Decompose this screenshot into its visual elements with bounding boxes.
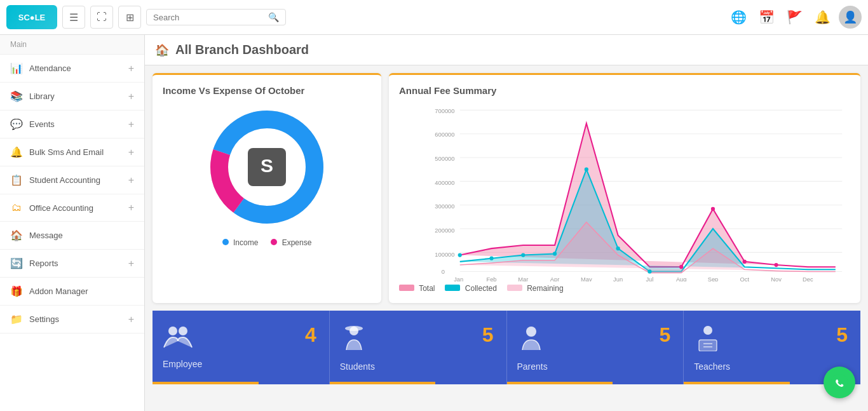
svg-text:Jul: Jul xyxy=(646,276,653,281)
student-accounting-expand-icon[interactable]: + xyxy=(128,175,134,186)
search-input[interactable] xyxy=(153,13,268,22)
globe-icon[interactable]: 🌐 xyxy=(727,6,750,29)
topbar-icon-group: ☰ ⛶ ⊞ xyxy=(62,6,141,29)
svg-point-33 xyxy=(743,260,747,264)
donut-chart-title: Income Vs Expense Of October xyxy=(163,85,371,96)
legend-remaining: Remaining xyxy=(507,284,564,293)
addon-manager-icon: 🎁 xyxy=(10,285,23,297)
svg-text:S: S xyxy=(261,155,273,176)
logo-text: SC●LE xyxy=(18,13,46,22)
line-chart-card: Annual Fee Summary 700000 600000 500000 … xyxy=(389,73,860,303)
svg-point-52 xyxy=(703,326,712,335)
office-accounting-icon: 🗂 xyxy=(10,202,23,213)
sidebar-item-addon-manager[interactable]: 🎁 Addon Manager xyxy=(0,278,144,306)
employee-value: 4 xyxy=(305,323,316,347)
svg-point-48 xyxy=(179,327,187,335)
income-legend-item: Income xyxy=(222,238,259,247)
sidebar-main-label: Main xyxy=(0,35,144,55)
sidebar-item-settings[interactable]: 📁 Settings + xyxy=(0,306,144,334)
message-icon: 🏠 xyxy=(10,229,23,241)
svg-point-31 xyxy=(679,265,683,269)
sidebar-label-settings: Settings xyxy=(29,314,59,324)
events-icon: 💬 xyxy=(10,118,23,130)
svg-text:May: May xyxy=(581,276,592,281)
user-avatar[interactable]: 👤 xyxy=(839,6,862,29)
svg-point-34 xyxy=(774,263,778,267)
svg-text:600000: 600000 xyxy=(435,131,454,138)
grid-icon[interactable]: ⊞ xyxy=(118,6,141,29)
sidebar-item-library[interactable]: 📚 Library + xyxy=(0,83,144,111)
sidebar-label-events: Events xyxy=(29,119,55,129)
donut-legend: Income Expense xyxy=(222,238,312,247)
svg-point-27 xyxy=(553,252,557,255)
line-chart-container: 700000 600000 500000 400000 300000 20000… xyxy=(399,104,850,281)
line-chart-svg: 700000 600000 500000 400000 300000 20000… xyxy=(399,104,850,281)
svg-point-24 xyxy=(458,253,462,257)
sidebar-label-reports: Reports xyxy=(29,259,58,268)
svg-text:Nov: Nov xyxy=(771,276,782,281)
sidebar-label-addon-manager: Addon Manager xyxy=(29,286,88,296)
sidebar-item-office-accounting[interactable]: 🗂 Office Accounting + xyxy=(0,194,144,222)
reports-expand-icon[interactable]: + xyxy=(128,258,134,269)
legend-total: Total xyxy=(399,284,435,293)
sidebar: Main 📊 Attendance + 📚 Library + 💬 Events… xyxy=(0,35,145,411)
svg-text:300000: 300000 xyxy=(435,203,454,210)
line-chart-title: Annual Fee Summary xyxy=(399,85,850,96)
sidebar-item-events[interactable]: 💬 Events + xyxy=(0,111,144,138)
parents-bar xyxy=(507,382,613,384)
employee-icon xyxy=(163,323,193,354)
sidebar-item-student-accounting[interactable]: 📋 Student Accounting + xyxy=(0,166,144,194)
sidebar-item-message[interactable]: 🏠 Message xyxy=(0,222,144,250)
sidebar-label-library: Library xyxy=(29,91,55,101)
bulk-sms-icon: 🔔 xyxy=(10,146,23,158)
donut-chart-svg: S xyxy=(203,104,330,231)
page-title: All Branch Dashboard xyxy=(175,43,309,57)
svg-text:Jun: Jun xyxy=(613,276,623,281)
library-expand-icon[interactable]: + xyxy=(128,91,134,102)
svg-point-50 xyxy=(345,326,363,331)
stats-row: Employee 4 Students 5 xyxy=(153,311,860,384)
menu-icon[interactable]: ☰ xyxy=(62,6,85,29)
expense-legend-item: Expense xyxy=(271,238,311,247)
svg-text:200000: 200000 xyxy=(435,227,454,234)
svg-text:Apr: Apr xyxy=(550,276,560,281)
svg-text:Jan: Jan xyxy=(454,276,463,281)
flag-icon[interactable]: 🚩 xyxy=(783,6,806,29)
bulk-sms-expand-icon[interactable]: + xyxy=(128,147,134,158)
sidebar-label-office-accounting: Office Accounting xyxy=(29,203,93,213)
svg-text:Feb: Feb xyxy=(486,276,496,281)
line-chart-legend: Total Collected Remaining xyxy=(399,284,850,293)
sidebar-item-attendance[interactable]: 📊 Attendance + xyxy=(0,55,144,83)
svg-rect-53 xyxy=(699,340,717,351)
total-legend-dot xyxy=(399,285,414,291)
remaining-legend-label: Remaining xyxy=(527,284,563,293)
breadcrumb: 🏠 All Branch Dashboard xyxy=(145,35,868,65)
events-expand-icon[interactable]: + xyxy=(128,119,134,130)
calendar-icon[interactable]: 📅 xyxy=(755,6,778,29)
sidebar-item-bulk-sms[interactable]: 🔔 Bulk Sms And Email + xyxy=(0,138,144,166)
svg-point-25 xyxy=(489,257,493,260)
settings-icon: 📁 xyxy=(10,313,23,325)
teachers-bar xyxy=(684,382,790,384)
topbar-left: SC●LE ☰ ⛶ ⊞ 🔍 xyxy=(6,5,286,29)
settings-expand-icon[interactable]: + xyxy=(128,314,134,325)
office-accounting-expand-icon[interactable]: + xyxy=(128,202,134,213)
sidebar-label-bulk-sms: Bulk Sms And Email xyxy=(29,147,104,157)
attendance-expand-icon[interactable]: + xyxy=(128,63,134,74)
charts-row: Income Vs Expense Of October S xyxy=(153,73,860,303)
svg-text:Oct: Oct xyxy=(740,276,749,281)
main-layout: Main 📊 Attendance + 📚 Library + 💬 Events… xyxy=(0,35,868,411)
topbar-right: 🌐 📅 🚩 🔔 👤 xyxy=(727,6,862,29)
svg-text:400000: 400000 xyxy=(435,180,454,186)
whatsapp-button[interactable] xyxy=(824,367,855,398)
sidebar-label-message: Message xyxy=(29,231,63,240)
svg-text:Sep: Sep xyxy=(708,276,719,281)
legend-collected: Collected xyxy=(445,284,496,293)
employee-label: Employee xyxy=(163,359,202,369)
donut-container: S Income Expense xyxy=(163,104,371,247)
expand-icon[interactable]: ⛶ xyxy=(90,6,113,29)
sidebar-item-reports[interactable]: 🔄 Reports + xyxy=(0,250,144,278)
bell-icon[interactable]: 🔔 xyxy=(811,6,834,29)
svg-text:Mar: Mar xyxy=(518,276,528,281)
expense-dot xyxy=(271,239,277,245)
